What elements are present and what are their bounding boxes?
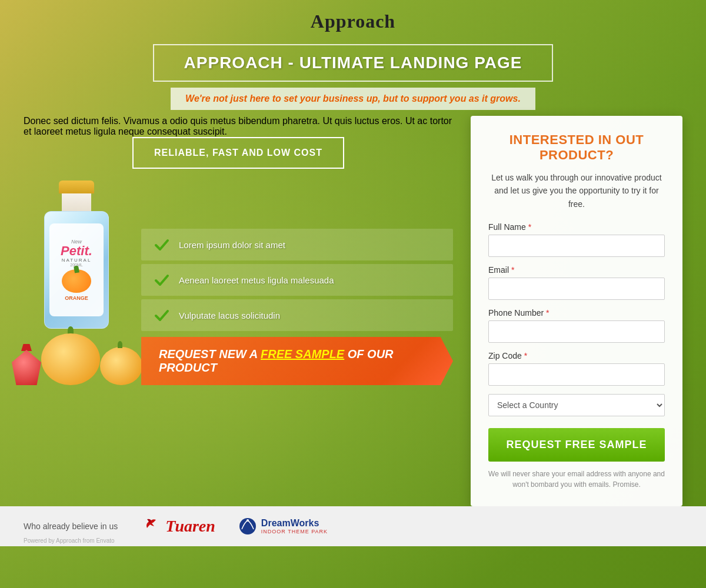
form-group-country: Select a Country United States United Ki… — [488, 394, 665, 416]
check-icon-2 — [153, 271, 171, 289]
form-panel: INTERESTED IN OUT PRODUCT? Let us walk y… — [471, 116, 682, 506]
bottle-neck — [62, 193, 91, 211]
tuaren-bird-icon — [141, 517, 162, 535]
check-icon-3 — [153, 306, 171, 324]
email-required: * — [511, 265, 514, 275]
form-group-phone: Phone Number * — [488, 308, 665, 343]
brand-name: Petit. — [61, 245, 92, 258]
phone-input[interactable] — [488, 320, 665, 343]
page-title: APPROACH - ULTIMATE LANDING PAGE — [166, 54, 540, 72]
form-title: INTERESTED IN OUT PRODUCT? — [488, 132, 665, 163]
features-list: Lorem ipsum dolor sit amet Aenean laoree… — [141, 229, 453, 385]
tuaren-brand: Tuaren — [141, 517, 215, 536]
full-name-label: Full Name * — [488, 222, 665, 232]
feature-text-1: Lorem ipsum dolor sit amet — [179, 240, 285, 250]
feature-item-2: Aenean laoreet metus ligula malesuada — [141, 264, 453, 296]
logo: Approach — [0, 11, 706, 32]
feature-item-3: Vulputate lacus solicitudin — [141, 299, 453, 331]
required-marker: * — [528, 222, 531, 232]
form-disclaimer: We will never share your email address w… — [488, 469, 665, 490]
dreamworks-icon — [239, 517, 257, 535]
banner-text-before: REQUEST NEW A — [159, 348, 261, 360]
brand-natural: NATURAL — [62, 258, 92, 263]
header: Approach — [0, 0, 706, 38]
country-select[interactable]: Select a Country United States United Ki… — [488, 394, 665, 416]
zip-label: Zip Code * — [488, 351, 665, 360]
email-input[interactable] — [488, 278, 665, 300]
headline-box: APPROACH - ULTIMATE LANDING PAGE — [153, 44, 553, 82]
form-group-name: Full Name * — [488, 222, 665, 257]
product-features-row: New Petit. NATURAL 200ML ORANGE — [24, 181, 453, 385]
dreamworks-brand: DreamWorks INDOOR THEME PARK — [239, 517, 328, 535]
feature-text-2: Aenean laoreet metus ligula malesuada — [179, 275, 334, 285]
fruits-decoration — [12, 333, 141, 385]
check-icon-1 — [153, 236, 171, 253]
zip-required: * — [524, 351, 527, 360]
submit-button[interactable]: REQUEST FREE SAMPLE — [488, 428, 665, 462]
phone-required: * — [546, 308, 549, 318]
cta-button[interactable]: RELIABLE, FAST AND LOW COST — [132, 137, 344, 169]
main-content: Donec sed dictum felis. Vivamus a odio q… — [0, 116, 706, 506]
svg-point-1 — [247, 519, 249, 522]
form-subtitle: Let us walk you through our innovative p… — [488, 171, 665, 211]
orange-banner-text: REQUEST NEW A FREE SAMPLE OF OUR PRODUCT — [159, 348, 435, 375]
phone-label: Phone Number * — [488, 308, 665, 318]
orange-banner: REQUEST NEW A FREE SAMPLE OF OUR PRODUCT — [141, 337, 453, 385]
feature-text-3: Vulputate lacus solicitudin — [179, 310, 280, 320]
bottle-label: New Petit. NATURAL 200ML ORANGE — [49, 223, 104, 316]
dreamworks-subtitle: INDOOR THEME PARK — [261, 529, 328, 534]
feature-item-1: Lorem ipsum dolor sit amet — [141, 229, 453, 260]
dreamworks-text: DreamWorks INDOOR THEME PARK — [261, 518, 328, 534]
form-group-email: Email * — [488, 265, 665, 300]
left-panel: Donec sed dictum felis. Vivamus a odio q… — [24, 116, 453, 506]
bottle-body: New Petit. NATURAL 200ML ORANGE — [44, 211, 109, 329]
dreamworks-name: DreamWorks — [261, 518, 328, 529]
footer-note: Powered by Approach from Envato — [24, 537, 115, 544]
zip-input[interactable] — [488, 363, 665, 386]
who-believes-label: Who already believe in us — [24, 522, 118, 531]
description-text: Donec sed dictum felis. Vivamus a odio q… — [24, 116, 453, 137]
subheadline-box: We're not just here to set your business… — [171, 88, 535, 110]
form-group-zip: Zip Code * — [488, 351, 665, 386]
full-name-input[interactable] — [488, 235, 665, 257]
bottom-bar: Who already believe in us Tuaren DreamWo… — [0, 506, 706, 546]
brand-logos: Tuaren DreamWorks INDOOR THEME PARK — [141, 517, 328, 536]
tuaren-text: Tuaren — [165, 517, 215, 536]
peach-large — [41, 333, 100, 385]
orange-graphic — [62, 269, 91, 293]
product-column: New Petit. NATURAL 200ML ORANGE — [24, 181, 141, 385]
email-label: Email * — [488, 265, 665, 275]
peach2-leaf — [118, 341, 122, 348]
peach-small — [100, 347, 142, 385]
bottle-cap — [59, 181, 94, 193]
subheadline-text: We're not just here to set your business… — [182, 93, 524, 104]
banner-highlight: FREE SAMPLE — [261, 348, 344, 360]
bottle-illustration: New Petit. NATURAL 200ML ORANGE — [41, 181, 112, 345]
strawberry — [12, 350, 41, 385]
